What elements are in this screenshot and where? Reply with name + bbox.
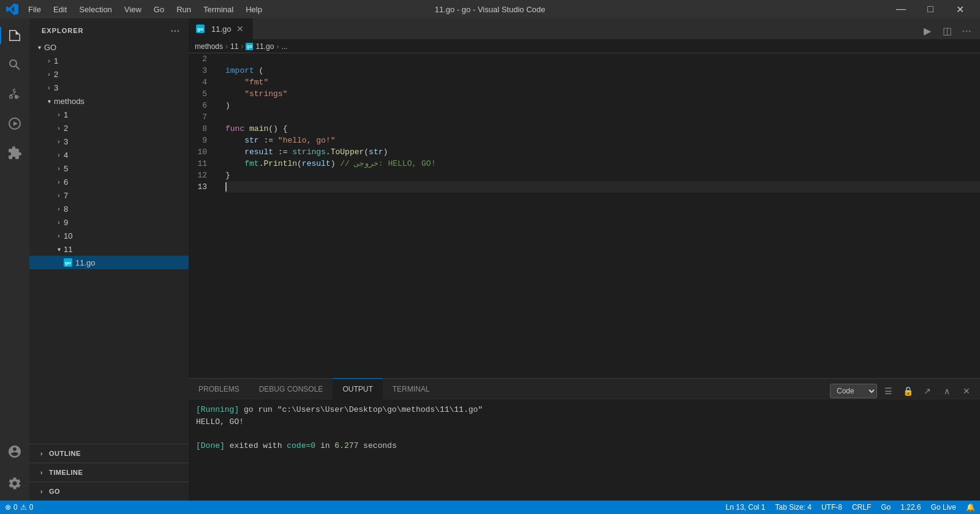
close-button[interactable]: ✕ bbox=[946, 0, 974, 18]
maximize-button[interactable]: □ bbox=[916, 0, 944, 18]
breadcrumb-11[interactable]: 11 bbox=[230, 42, 238, 51]
status-errors[interactable]: ⊗ 0 ⚠ 0 bbox=[0, 501, 38, 514]
tab-close-button[interactable]: ✕ bbox=[235, 24, 245, 34]
tree-root-label: GO bbox=[44, 43, 56, 52]
status-notifications[interactable]: 🔔 bbox=[961, 501, 980, 514]
menu-help[interactable]: Help bbox=[241, 4, 267, 15]
tree-item-methods-5[interactable]: › 5 bbox=[29, 162, 189, 175]
tree-item-methods-1[interactable]: › 1 bbox=[29, 108, 189, 121]
menu-view[interactable]: View bbox=[119, 4, 146, 15]
tab-11go[interactable]: go 11.go ✕ bbox=[189, 18, 253, 39]
tree-item-1[interactable]: › 1 bbox=[29, 54, 189, 67]
output-source-select[interactable]: Code bbox=[830, 384, 877, 398]
split-editor-button[interactable]: ◫ bbox=[938, 22, 956, 39]
status-go-version[interactable]: 1.22.6 bbox=[895, 501, 925, 514]
chevron-right-icon: › bbox=[37, 486, 47, 496]
sidebar-more-options[interactable]: ⋯ bbox=[169, 24, 181, 37]
window-controls: — □ ✕ bbox=[887, 0, 974, 18]
output-bracket-running: [Running] bbox=[196, 405, 239, 414]
panel-lock-icon[interactable]: 🔒 bbox=[899, 382, 916, 400]
line-num-5: 5 bbox=[189, 88, 214, 100]
go-section: › GO bbox=[29, 482, 189, 501]
line-num-2: 2 bbox=[189, 53, 214, 65]
more-actions-button[interactable]: ⋯ bbox=[958, 22, 975, 39]
activity-accounts[interactable] bbox=[0, 437, 29, 466]
breadcrumb-methods[interactable]: methods bbox=[195, 42, 223, 51]
tree-item-methods-10[interactable]: › 10 bbox=[29, 229, 189, 242]
menu-bar: File Edit Selection View Go Run Terminal… bbox=[23, 4, 267, 15]
panel-open-icon[interactable]: ↗ bbox=[919, 382, 936, 400]
panel-collapse-icon[interactable]: ∧ bbox=[938, 382, 956, 400]
menu-terminal[interactable]: Terminal bbox=[198, 4, 238, 15]
menu-file[interactable]: File bbox=[23, 4, 46, 15]
status-language[interactable]: Go bbox=[876, 501, 895, 514]
menu-run[interactable]: Run bbox=[172, 4, 196, 15]
panel-tab-terminal[interactable]: TERMINAL bbox=[383, 378, 440, 400]
tree-item-methods-3[interactable]: › 3 bbox=[29, 135, 189, 148]
panel-tab-debug-console[interactable]: DEBUG CONSOLE bbox=[249, 378, 333, 400]
activity-explorer[interactable] bbox=[0, 21, 29, 50]
titlebar: File Edit Selection View Go Run Terminal… bbox=[0, 0, 980, 18]
line-num-11: 11 bbox=[189, 158, 214, 169]
breadcrumb-ellipsis[interactable]: ... bbox=[281, 42, 287, 51]
tree-root-go[interactable]: ▾ GO bbox=[29, 40, 189, 54]
tree-label: 11 bbox=[64, 245, 72, 254]
tree-label: 8 bbox=[64, 204, 68, 214]
panel-tabs: PROBLEMS DEBUG CONSOLE OUTPUT TERMINAL C… bbox=[189, 379, 980, 400]
tree-item-3[interactable]: › 3 bbox=[29, 81, 189, 94]
chevron-right-icon: › bbox=[54, 123, 64, 133]
chevron-right-icon: › bbox=[54, 150, 64, 160]
main-layout: EXPLORER ⋯ ▾ GO › 1 › 2 › 3 bbox=[0, 18, 980, 501]
tree-item-11go[interactable]: go 11.go bbox=[29, 256, 189, 269]
panel: PROBLEMS DEBUG CONSOLE OUTPUT TERMINAL C… bbox=[189, 378, 980, 501]
bell-icon: 🔔 bbox=[966, 503, 975, 512]
panel-close-icon[interactable]: ✕ bbox=[958, 382, 975, 400]
tree-item-methods-11[interactable]: ▾ 11 bbox=[29, 242, 189, 256]
go-header[interactable]: › GO bbox=[29, 485, 189, 498]
tree-label: 6 bbox=[64, 177, 68, 187]
status-go-live[interactable]: Go Live bbox=[926, 501, 961, 514]
panel-toolbar: Code ☰ 🔒 ↗ ∧ ✕ bbox=[830, 382, 980, 400]
menu-edit[interactable]: Edit bbox=[48, 4, 72, 15]
line-num-13: 13 bbox=[189, 181, 214, 193]
line-num-10: 10 bbox=[189, 146, 214, 158]
panel-tab-output[interactable]: OUTPUT bbox=[333, 378, 382, 400]
status-eol[interactable]: CRLF bbox=[847, 501, 876, 514]
activity-extensions[interactable] bbox=[0, 138, 29, 168]
activity-run-debug[interactable] bbox=[0, 109, 29, 138]
timeline-header[interactable]: › TIMELINE bbox=[29, 466, 189, 479]
tab-bar: go 11.go ✕ ▶ ◫ ⋯ bbox=[189, 18, 980, 40]
tree-item-2[interactable]: › 2 bbox=[29, 67, 189, 81]
breadcrumb-file[interactable]: 11.go bbox=[255, 42, 274, 51]
activity-source-control[interactable] bbox=[0, 80, 29, 109]
outline-header[interactable]: › OUTLINE bbox=[29, 447, 189, 460]
menu-go[interactable]: Go bbox=[149, 4, 169, 15]
panel-tab-problems[interactable]: PROBLEMS bbox=[189, 378, 249, 400]
code-editor[interactable]: 2 3 4 5 6 7 8 9 10 11 12 13 import ( bbox=[189, 53, 980, 378]
breadcrumb: methods › 11 › go 11.go › ... bbox=[189, 40, 980, 53]
menu-selection[interactable]: Selection bbox=[74, 4, 116, 15]
tree-item-methods-9[interactable]: › 9 bbox=[29, 215, 189, 229]
tree-item-methods[interactable]: ▾ methods bbox=[29, 94, 189, 108]
minimize-button[interactable]: — bbox=[887, 0, 915, 18]
tree-item-methods-6[interactable]: › 6 bbox=[29, 175, 189, 188]
tree-item-methods-7[interactable]: › 7 bbox=[29, 188, 189, 202]
file-tree: ▾ GO › 1 › 2 › 3 ▾ methods bbox=[29, 40, 189, 444]
go-file-icon: go bbox=[64, 258, 72, 267]
status-position[interactable]: Ln 13, Col 1 bbox=[721, 501, 771, 514]
outline-section: › OUTLINE bbox=[29, 444, 189, 463]
run-button[interactable]: ▶ bbox=[919, 22, 936, 39]
status-encoding[interactable]: UTF-8 bbox=[816, 501, 847, 514]
line-num-3: 3 bbox=[189, 65, 214, 76]
tree-item-methods-2[interactable]: › 2 bbox=[29, 121, 189, 135]
tab-label: 11.go bbox=[211, 24, 232, 34]
panel-list-icon[interactable]: ☰ bbox=[880, 382, 897, 400]
activity-search[interactable] bbox=[0, 50, 29, 80]
tree-item-methods-8[interactable]: › 8 bbox=[29, 202, 189, 215]
activity-settings[interactable] bbox=[0, 469, 29, 498]
output-running-text: go run "c:\Users\User\Desktop\go\methods… bbox=[244, 405, 483, 414]
tree-item-methods-4[interactable]: › 4 bbox=[29, 148, 189, 162]
chevron-right-icon: › bbox=[37, 467, 47, 477]
code-line-7 bbox=[225, 111, 980, 123]
status-tab-size[interactable]: Tab Size: 4 bbox=[771, 501, 816, 514]
